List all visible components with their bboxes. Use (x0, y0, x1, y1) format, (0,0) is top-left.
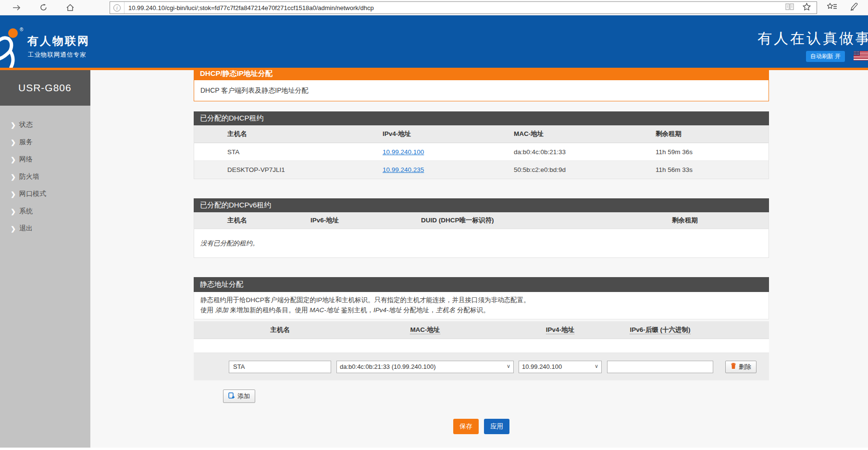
column-header: MAC-地址 (514, 130, 656, 138)
refresh-icon[interactable] (40, 4, 47, 11)
column-header: 主机名 (194, 216, 310, 225)
sidebar-item-系统[interactable]: ❯系统 (0, 203, 90, 220)
sidebar-item-label: 系统 (19, 207, 33, 216)
hostname-cell: DESKTOP-VP7JLI1 (194, 166, 383, 173)
form-column-label: IPv4-地址 (546, 326, 574, 334)
description-segment: 鉴别主机， (339, 306, 373, 314)
description-segment: 分配标识。 (455, 306, 489, 314)
column-header: 剩余租期 (672, 216, 769, 225)
description-line-1: 静态租约用于给DHCP客户端分配固定的IP地址和主机标识。只有指定的主机才能连接… (200, 295, 762, 305)
header-slogan: 有人在认真做事 (757, 29, 868, 49)
app-header: ® 有人物联网 工业物联网通信专家 有人在认真做事 自动刷新 开 (0, 15, 868, 70)
column-header: 剩余租期 (656, 130, 769, 138)
address-bar[interactable]: i 10.99.240.10/cgi-bin/luci/;stok=fd77c7… (110, 1, 817, 14)
dhcp-leases-table: 主机名IPv4-地址MAC-地址剩余租期STA10.99.240.100da:b… (194, 125, 769, 179)
language-flag-icon[interactable] (854, 51, 868, 61)
description-segment: 主机名 (436, 306, 456, 314)
chevron-right-icon: ❯ (11, 173, 19, 181)
page-subtitle: DHCP 客户端列表及静态IP地址分配 (194, 80, 769, 101)
ipv4-cell: 10.99.240.100 (383, 148, 514, 156)
description-segment: 分配地址， (402, 306, 436, 314)
page-title: DHCP/静态IP地址分配 (194, 70, 769, 80)
sidebar-item-label: 网口模式 (19, 190, 46, 198)
static-leases-section-title: 静态地址分配 (194, 277, 769, 292)
ipv6-suffix-input[interactable] (607, 361, 713, 373)
ipv4-link[interactable]: 10.99.240.235 (383, 166, 424, 173)
description-line-2: 使用 添加 来增加新的租约条目。使用 MAC-地址 鉴别主机，IPv4-地址 分… (200, 305, 762, 315)
add-icon (228, 392, 235, 401)
reading-view-icon[interactable] (785, 3, 794, 12)
mac-cell: da:b0:4c:0b:21:33 (514, 148, 656, 156)
dhcp-leases-section-title: 已分配的DHCP租约 (194, 111, 769, 125)
save-button[interactable]: 保存 (453, 419, 479, 434)
table-header-row: 主机名IPv6-地址DUID (DHCP唯一标识符)剩余租期 (194, 212, 769, 229)
apply-button[interactable]: 应用 (484, 419, 509, 434)
chevron-right-icon: ❯ (11, 208, 19, 215)
table-row: STA10.99.240.100da:b0:4c:0b:21:3311h 59m… (194, 143, 769, 161)
dhcpv6-leases-table: 主机名IPv6-地址DUID (DHCP唯一标识符)剩余租期 (194, 212, 769, 229)
column-header: IPv6-地址 (310, 216, 421, 225)
sidebar-item-服务[interactable]: ❯服务 (0, 134, 90, 151)
form-spacer-row (194, 339, 769, 353)
form-column-label: IPv6-后缀 (十六进制) (630, 326, 690, 334)
favorites-hub-icon[interactable] (827, 3, 837, 12)
ipv4-cell: 10.99.240.235 (383, 166, 514, 173)
form-column-header: IPv6-后缀 (十六进制) (607, 326, 713, 334)
lease-time-cell: 11h 56m 33s (656, 166, 769, 173)
description-segment: MAC-地址 (310, 306, 339, 314)
delete-button[interactable]: 删除 (725, 361, 756, 373)
description-segment: 使用 (200, 306, 215, 314)
table-header-row: 主机名IPv4-地址MAC-地址剩余租期 (194, 125, 769, 143)
info-icon[interactable]: i (110, 2, 124, 13)
chevron-right-icon: ❯ (11, 122, 19, 129)
table-row: DESKTOP-VP7JLI110.99.240.23550:5b:c2:e0:… (194, 161, 769, 179)
ipv4-address-select[interactable]: 10.99.240.100 (519, 361, 602, 373)
home-icon[interactable] (66, 4, 74, 11)
column-header: IPv4-地址 (383, 130, 514, 138)
form-column-label: 主机名 (270, 326, 290, 333)
add-button[interactable]: 添加 (223, 389, 255, 403)
content-area: DHCP/静态IP地址分配 DHCP 客户端列表及静态IP地址分配 已分配的DH… (90, 70, 868, 448)
sidebar-item-label: 网络 (19, 155, 33, 164)
description-segment: 添加 (215, 306, 228, 314)
sidebar-item-网口模式[interactable]: ❯网口模式 (0, 185, 90, 203)
sidebar-item-label: 服务 (19, 138, 33, 146)
chevron-right-icon: ❯ (11, 139, 19, 146)
static-lease-form-row: da:b0:4c:0b:21:33 (10.99.240.100) 10.99.… (194, 353, 769, 380)
forward-icon[interactable] (12, 4, 21, 11)
column-header: DUID (DHCP唯一标识符) (421, 216, 672, 225)
auto-refresh-toggle[interactable]: 自动刷新 开 (806, 51, 845, 62)
mac-cell: 50:5b:c2:e0:bd:9d (514, 166, 656, 173)
form-column-label: MAC-地址 (410, 326, 440, 334)
registered-mark: ® (20, 27, 24, 32)
trash-icon (731, 363, 736, 371)
dhcpv6-empty-text: 没有已分配的租约。 (194, 229, 769, 258)
mac-address-select[interactable]: da:b0:4c:0b:21:33 (10.99.240.100) (336, 361, 514, 373)
sidebar-item-网络[interactable]: ❯网络 (0, 151, 90, 168)
sidebar-item-防火墙[interactable]: ❯防火墙 (0, 168, 90, 185)
chevron-right-icon: ❯ (11, 225, 19, 232)
form-column-header: IPv4-地址 (519, 326, 602, 334)
favorite-star-icon[interactable] (803, 3, 811, 12)
sidebar-item-退出[interactable]: ❯退出 (0, 220, 90, 237)
sidebar-item-label: 状态 (19, 121, 33, 129)
sidebar-item-label: 防火墙 (19, 172, 39, 181)
lease-time-cell: 11h 59m 36s (656, 148, 769, 156)
url-text[interactable]: 10.99.240.10/cgi-bin/luci/;stok=fd77c7f2… (124, 4, 785, 12)
chevron-right-icon: ❯ (11, 191, 19, 198)
description-segment: 来增加新的租约条目。使用 (228, 306, 310, 314)
description-segment: IPv4-地址 (373, 306, 402, 314)
web-note-icon[interactable] (850, 3, 858, 13)
brand-title: 有人物联网 (27, 34, 90, 49)
sidebar-item-状态[interactable]: ❯状态 (0, 116, 90, 134)
static-lease-form-header: 主机名MAC-地址IPv4-地址IPv6-后缀 (十六进制) (194, 321, 769, 339)
browser-toolbar: i 10.99.240.10/cgi-bin/luci/;stok=fd77c7… (0, 0, 868, 15)
hostname-cell: STA (194, 148, 383, 156)
ipv4-link[interactable]: 10.99.240.100 (383, 148, 424, 156)
dhcpv6-leases-section-title: 已分配的DHCPv6租约 (194, 198, 769, 212)
form-column-header: 主机名 (229, 326, 331, 334)
hostname-input[interactable] (229, 361, 331, 373)
brand-subtitle: 工业物联网通信专家 (28, 51, 87, 59)
form-column-header: MAC-地址 (336, 326, 514, 334)
static-leases-description: 静态租约用于给DHCP客户端分配固定的IP地址和主机标识。只有指定的主机才能连接… (194, 292, 769, 319)
